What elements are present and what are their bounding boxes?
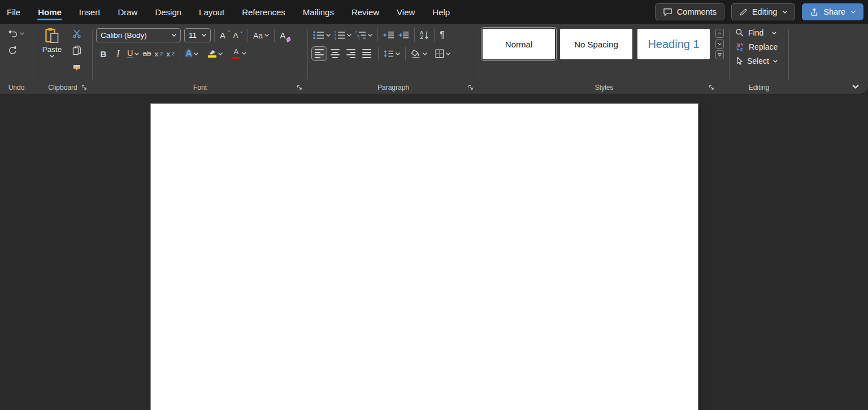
clear-formatting-letter: A — [280, 31, 285, 40]
paragraph-group-label: Paragraph — [308, 84, 479, 91]
multilevel-list-button[interactable]: 1ai — [353, 29, 374, 41]
font-color-letter: A — [233, 48, 238, 56]
text-highlight-button[interactable] — [206, 49, 224, 59]
shrink-font-button[interactable]: Aˇ — [232, 30, 244, 40]
clipboard-dialog-launcher[interactable] — [79, 82, 89, 92]
font-name-combobox[interactable]: Calibri (Body) — [96, 28, 181, 42]
strikethrough-button[interactable]: ab — [141, 49, 153, 59]
pencil-icon — [739, 8, 748, 16]
replace-label: Replace — [749, 42, 778, 51]
share-button[interactable]: Share — [802, 3, 863, 20]
font-size-value: 11 — [189, 31, 197, 40]
separator — [378, 47, 379, 60]
borders-button[interactable] — [433, 48, 452, 59]
font-dialog-launcher[interactable] — [294, 82, 305, 92]
tab-insert[interactable]: Insert — [78, 4, 102, 20]
decrease-indent-button[interactable] — [381, 30, 396, 40]
caret-up-mark: ˆ — [228, 30, 230, 36]
chevron-down-icon — [772, 32, 776, 34]
text-effects-button[interactable]: A — [184, 47, 200, 60]
dialog-launcher-icon — [709, 85, 714, 90]
tab-view[interactable]: View — [396, 4, 416, 20]
chevron-down-icon — [218, 53, 223, 55]
sort-button[interactable]: AZ — [418, 29, 431, 41]
justify-button[interactable] — [359, 46, 375, 61]
style-no-spacing[interactable]: No Spacing — [560, 29, 632, 59]
paragraph-dialog-launcher[interactable] — [466, 82, 476, 92]
comments-label: Comments — [677, 7, 717, 16]
font-group: Calibri (Body) 11 Aˆ Aˇ Aa A — [93, 24, 307, 94]
undo-button[interactable] — [6, 28, 26, 39]
collapse-ribbon-button[interactable] — [852, 82, 859, 90]
font-color-button[interactable]: A — [230, 47, 248, 60]
change-case-button[interactable]: Aa — [251, 30, 271, 41]
format-painter-button[interactable] — [71, 61, 83, 72]
replace-button[interactable]: b c Replace — [735, 42, 785, 51]
multilevel-list-icon: 1ai — [355, 30, 366, 40]
grow-font-button[interactable]: Aˆ — [218, 30, 232, 41]
clear-formatting-button[interactable]: A — [278, 30, 287, 41]
styles-gallery-more-button[interactable] — [715, 50, 724, 59]
align-center-button[interactable] — [327, 46, 343, 61]
paste-button[interactable]: Paste — [37, 27, 67, 80]
shading-button[interactable] — [409, 48, 429, 59]
find-label: Find — [748, 28, 763, 37]
redo-button[interactable] — [6, 44, 19, 56]
show-formatting-marks-button[interactable]: ¶ — [438, 29, 446, 41]
line-spacing-button[interactable] — [382, 49, 402, 59]
tab-design[interactable]: Design — [154, 4, 183, 20]
tab-home[interactable]: Home — [37, 4, 63, 20]
chevron-down-icon — [20, 32, 24, 35]
document-page[interactable] — [151, 104, 698, 410]
bullets-button[interactable] — [311, 29, 332, 41]
chevron-up-icon — [718, 32, 722, 34]
subscript-button[interactable]: x2 — [153, 49, 165, 59]
copy-button[interactable] — [71, 44, 83, 56]
editing-group-label: Editing — [730, 84, 788, 91]
style-heading-1[interactable]: Heading 1 — [637, 29, 710, 59]
redo-icon — [7, 45, 18, 55]
tab-review[interactable]: Review — [350, 4, 380, 20]
tab-references[interactable]: References — [241, 4, 287, 20]
tab-layout[interactable]: Layout — [198, 4, 225, 20]
increase-indent-button[interactable] — [396, 30, 411, 40]
share-label: Share — [823, 7, 845, 16]
select-button[interactable]: Select — [735, 56, 785, 66]
align-right-button[interactable] — [343, 46, 359, 61]
bold-button[interactable]: B — [96, 49, 111, 59]
tab-help[interactable]: Help — [431, 4, 451, 20]
comments-button[interactable]: Comments — [655, 3, 724, 20]
increase-indent-icon — [398, 31, 409, 39]
chevron-down-icon — [326, 34, 331, 37]
highlight-color-bar — [208, 55, 216, 58]
undo-icon — [7, 29, 18, 38]
editing-mode-button[interactable]: Editing — [731, 3, 795, 20]
tab-mailings[interactable]: Mailings — [302, 4, 335, 20]
find-button[interactable]: Find — [735, 28, 785, 37]
chevron-down-icon — [347, 34, 351, 37]
superscript-button[interactable]: x2 — [164, 49, 176, 59]
font-size-combobox[interactable]: 11 — [184, 28, 211, 42]
separator — [434, 28, 435, 42]
menu-bar: File Home Insert Draw Design Layout Refe… — [0, 0, 868, 24]
styles-scroll-down-button[interactable] — [715, 40, 724, 49]
tab-file[interactable]: File — [6, 4, 21, 20]
dialog-launcher-icon — [81, 85, 87, 90]
cut-button[interactable] — [71, 28, 83, 40]
style-normal[interactable]: Normal — [483, 29, 555, 59]
underline-button[interactable]: U — [125, 48, 141, 59]
svg-text:3: 3 — [335, 37, 337, 40]
chevron-down-icon — [194, 53, 198, 55]
styles-dialog-launcher[interactable] — [706, 82, 717, 92]
align-left-button[interactable] — [311, 46, 327, 61]
styles-scroll-up-button[interactable] — [715, 29, 724, 38]
underline-letter: U — [127, 49, 133, 58]
topbar-actions: Comments Editing Share — [655, 3, 863, 20]
numbered-list-icon: 123 — [334, 30, 345, 40]
editing-group: Find b c Replace Select Editing — [730, 24, 788, 94]
italic-button[interactable]: I — [111, 48, 125, 59]
numbering-button[interactable]: 123 — [332, 29, 353, 41]
share-icon — [810, 8, 819, 16]
tab-draw[interactable]: Draw — [116, 4, 138, 20]
font-color-bar — [232, 57, 240, 59]
